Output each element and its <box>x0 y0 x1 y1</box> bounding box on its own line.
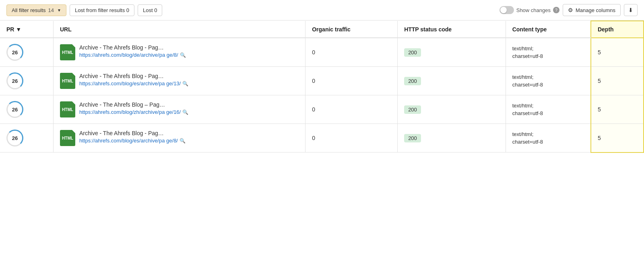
filter-all-button[interactable]: All filter results 14 ▼ <box>6 4 66 16</box>
url-cell: HTML Archive - The Ahrefs Blog - Pag… ht… <box>54 67 305 95</box>
depth-value: 5 <box>598 49 601 56</box>
url-text: Archive - The Ahrefs Blog - Pag… https:/… <box>79 73 188 87</box>
pr-value: 26 <box>12 78 18 84</box>
status-badge: 200 <box>404 48 421 57</box>
pr-circle: 26 <box>6 130 23 146</box>
search-icon[interactable]: 🔍 <box>180 138 186 144</box>
url-text: Archive - The Ahrefs Blog – Pag… https:/… <box>79 101 188 116</box>
manage-columns-label: Manage columns <box>576 7 615 13</box>
html-badge: HTML <box>60 44 75 60</box>
http-status-cell: 200 <box>398 95 506 124</box>
organic-value: 0 <box>312 78 315 84</box>
pr-cell: 26 <box>0 38 54 67</box>
table-row: 26 HTML Archive - The Ahrefs Blog - Pag…… <box>0 38 644 67</box>
url-cell: HTML Archive - The Ahrefs Blog - Pag… ht… <box>54 38 305 67</box>
pr-cell: 26 <box>0 95 54 124</box>
filter-all-count: 14 <box>48 7 54 13</box>
depth-value: 5 <box>598 106 601 113</box>
url-cell: HTML Archive - The Ahrefs Blog – Pag… ht… <box>54 95 305 124</box>
col-header-pr[interactable]: PR ▼ <box>0 21 54 38</box>
content-type-cell: text/html;charset=utf-8 <box>506 38 591 67</box>
search-icon[interactable]: 🔍 <box>182 81 188 87</box>
filter-all-label: All filter results <box>12 7 46 13</box>
organic-value: 0 <box>312 106 315 113</box>
filter-lost2-count: 0 <box>154 7 157 13</box>
url-cell: HTML Archive - The Ahrefs Blog - Pag… ht… <box>54 124 305 152</box>
url-link[interactable]: https://ahrefs.com/blog/es/archive/pa ge… <box>79 80 181 87</box>
table-row: 26 HTML Archive - The Ahrefs Blog – Pag…… <box>0 95 644 124</box>
col-header-http: HTTP status code <box>398 21 506 38</box>
search-icon[interactable]: 🔍 <box>180 52 186 58</box>
content-type-value: text/html;charset=utf-8 <box>512 74 543 88</box>
organic-traffic-cell: 0 <box>305 124 398 152</box>
download-icon: ⬇ <box>628 7 633 13</box>
url-title: Archive - The Ahrefs Blog - Pag… <box>79 44 186 51</box>
pr-value: 26 <box>12 49 18 56</box>
url-link[interactable]: https://ahrefs.com/blog/zh/archive/pa ge… <box>79 109 181 115</box>
content-type-value: text/html;charset=utf-8 <box>512 45 543 60</box>
status-badge: 200 <box>404 77 421 85</box>
toggle-knob <box>500 7 507 13</box>
url-title: Archive - The Ahrefs Blog - Pag… <box>79 73 188 79</box>
content-type-value: text/html;charset=utf-8 <box>512 103 543 117</box>
col-header-content-type: Content type <box>506 21 591 38</box>
pr-circle: 26 <box>6 72 23 89</box>
organic-traffic-cell: 0 <box>305 38 398 67</box>
html-badge: HTML <box>60 130 75 146</box>
filter-lost2-label: Lost <box>143 7 153 13</box>
search-icon[interactable]: 🔍 <box>182 109 188 115</box>
html-badge: HTML <box>60 73 75 89</box>
depth-cell: 5 <box>591 38 644 67</box>
http-status-cell: 200 <box>398 124 506 152</box>
filter-lost-label: Lost from filter results <box>75 7 125 13</box>
show-changes-container: Show changes ? <box>500 6 559 14</box>
url-link[interactable]: https://ahrefs.com/blog/es/archive/pa ge… <box>79 138 178 144</box>
pr-cell: 26 <box>0 124 54 152</box>
depth-cell: 5 <box>591 67 644 95</box>
col-header-organic: Organic traffic <box>305 21 398 38</box>
depth-value: 5 <box>598 78 601 84</box>
filter-lost-button[interactable]: Lost from filter results 0 <box>70 4 134 16</box>
url-link[interactable]: https://ahrefs.com/blog/de/archive/pa ge… <box>79 52 178 58</box>
url-text: Archive - The Ahrefs Blog - Pag… https:/… <box>79 130 186 144</box>
status-badge: 200 <box>404 105 421 114</box>
depth-cell: 5 <box>591 95 644 124</box>
http-status-cell: 200 <box>398 67 506 95</box>
col-header-url: URL <box>54 21 305 38</box>
main-table: PR ▼ URL Organic traffic HTTP status cod… <box>0 21 644 153</box>
url-title: Archive - The Ahrefs Blog - Pag… <box>79 130 186 136</box>
chevron-down-icon: ▼ <box>57 8 61 12</box>
pr-circle: 26 <box>6 44 23 61</box>
content-type-cell: text/html;charset=utf-8 <box>506 124 591 152</box>
url-text: Archive - The Ahrefs Blog - Pag… https:/… <box>79 44 186 59</box>
table-row: 26 HTML Archive - The Ahrefs Blog - Pag…… <box>0 124 644 152</box>
filter-lost-count: 0 <box>126 7 129 13</box>
depth-value: 5 <box>598 135 601 141</box>
table-wrapper: PR ▼ URL Organic traffic HTTP status cod… <box>0 21 644 153</box>
content-type-value: text/html;charset=utf-8 <box>512 131 543 145</box>
table-row: 26 HTML Archive - The Ahrefs Blog - Pag…… <box>0 67 644 95</box>
gear-icon: ⚙ <box>568 7 573 13</box>
organic-traffic-cell: 0 <box>305 67 398 95</box>
depth-cell: 5 <box>591 124 644 152</box>
help-icon[interactable]: ? <box>553 7 559 13</box>
status-badge: 200 <box>404 134 421 142</box>
manage-columns-button[interactable]: ⚙ Manage columns <box>563 4 621 16</box>
table-header-row: PR ▼ URL Organic traffic HTTP status cod… <box>0 21 644 38</box>
show-changes-toggle[interactable] <box>500 6 514 14</box>
http-status-cell: 200 <box>398 38 506 67</box>
url-title: Archive - The Ahrefs Blog – Pag… <box>79 101 188 108</box>
pr-circle: 26 <box>6 101 23 118</box>
organic-value: 0 <box>312 49 315 56</box>
col-header-depth: Depth <box>591 21 644 38</box>
pr-value: 26 <box>12 135 18 141</box>
organic-traffic-cell: 0 <box>305 95 398 124</box>
html-badge: HTML <box>60 101 75 117</box>
organic-value: 0 <box>312 135 315 141</box>
pr-value: 26 <box>12 107 18 113</box>
pr-cell: 26 <box>0 67 54 95</box>
download-button[interactable]: ⬇ <box>624 4 638 16</box>
filter-lost2-button[interactable]: Lost 0 <box>138 4 162 16</box>
content-type-cell: text/html;charset=utf-8 <box>506 95 591 124</box>
show-changes-label-text: Show changes <box>516 7 551 13</box>
